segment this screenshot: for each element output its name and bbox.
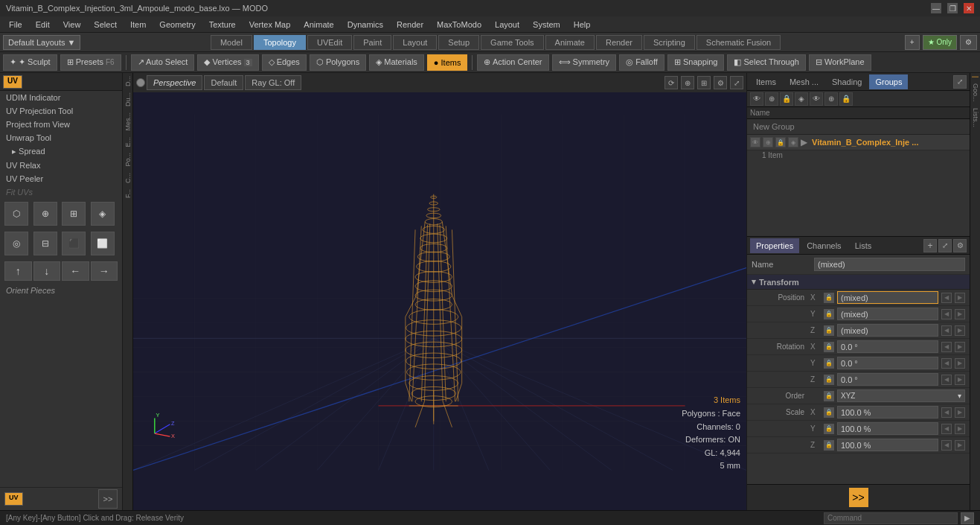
tab-topology[interactable]: Topology xyxy=(254,35,306,50)
tab-render[interactable]: Render xyxy=(596,35,642,50)
prop-scale-y-anim[interactable]: ◀ xyxy=(941,424,952,434)
vertices-button[interactable]: ◆ Vertices 3 xyxy=(197,54,258,71)
command-run-btn[interactable]: ▶ xyxy=(961,512,974,524)
prop-order-lock[interactable]: 🔒 xyxy=(824,391,834,401)
prop-pos-z-anim2[interactable]: ▶ xyxy=(955,325,965,336)
prop-scale-x-lock[interactable]: 🔒 xyxy=(824,407,834,418)
prop-name-value[interactable]: (mixed) xyxy=(814,258,965,271)
settings-icon-btn[interactable]: ⚙ xyxy=(960,35,977,50)
prop-scale-z-anim2[interactable]: ▶ xyxy=(955,440,965,451)
prop-pos-x-anim2[interactable]: ▶ xyxy=(955,293,965,303)
unwrap-tool-item[interactable]: Unwrap Tool xyxy=(0,131,122,144)
item-lock2-btn[interactable]: 🔒 xyxy=(839,92,853,106)
props-add-btn[interactable]: + xyxy=(923,239,937,252)
orient-right-btn[interactable]: → xyxy=(91,261,118,281)
spread-item[interactable]: ▸ Spread xyxy=(0,144,122,159)
prop-scale-x-anim2[interactable]: ▶ xyxy=(955,407,965,418)
item-row-1[interactable]: 👁 ⊕ 🔒 ◈ ▶ Vitamin_B_Complex_Inje ... xyxy=(747,135,970,150)
tab-layout[interactable]: Layout xyxy=(393,35,437,50)
viewport-camera-icon[interactable]: ⟳ xyxy=(664,76,678,89)
grid-btn-3[interactable]: ⊞ xyxy=(62,202,86,226)
viewport-expand-icon[interactable]: ⤢ xyxy=(730,76,743,89)
prop-scale-y-anim2[interactable]: ▶ xyxy=(955,424,965,434)
items-tab-mesh[interactable]: Mesh ... xyxy=(784,74,824,89)
viewport-zoom-icon[interactable]: ⊕ xyxy=(681,76,694,89)
item-render-btn[interactable]: ⊕ xyxy=(765,92,778,106)
prop-pos-z-lock[interactable]: 🔒 xyxy=(824,325,834,336)
item-sel-1[interactable]: ◈ xyxy=(788,137,798,147)
prop-transform-section[interactable]: ▾ Transform xyxy=(747,275,970,290)
tab-setup[interactable]: Setup xyxy=(438,35,479,50)
minimize-button[interactable]: — xyxy=(931,3,941,13)
project-from-view-item[interactable]: Project from View xyxy=(0,118,122,131)
rstrip-orange-btn[interactable]: | xyxy=(970,73,981,80)
menu-file[interactable]: File xyxy=(3,19,28,31)
tab-schematic[interactable]: Schematic Fusion xyxy=(696,35,781,50)
prop-scale-x-input[interactable]: 100.0 % xyxy=(837,406,938,419)
prop-pos-z-input[interactable]: (mixed) xyxy=(837,324,938,337)
menu-maxtomodo[interactable]: MaxToModo xyxy=(431,19,487,31)
only-btn[interactable]: ★ Only xyxy=(923,35,957,50)
uv-mode-btn[interactable]: UV xyxy=(3,75,22,89)
item-lock-btn[interactable]: 🔒 xyxy=(780,92,793,106)
menu-edit[interactable]: Edit xyxy=(30,19,56,31)
item-render2-btn[interactable]: ⊕ xyxy=(824,92,838,106)
viewport-settings-icon[interactable]: ⚙ xyxy=(714,76,727,89)
rstrip-lists-btn[interactable]: Lists... xyxy=(970,105,981,130)
restore-button[interactable]: ❐ xyxy=(947,3,958,13)
orient-up-btn[interactable]: ↑ xyxy=(4,261,32,281)
orient-down-btn[interactable]: ↓ xyxy=(33,261,61,281)
sculpt-button[interactable]: ✦ ✦ Sculpt xyxy=(3,54,57,71)
tab-model[interactable]: Model xyxy=(211,35,252,50)
tab-scripting[interactable]: Scripting xyxy=(644,35,695,50)
uv-projection-tool-item[interactable]: UV Projection Tool xyxy=(0,104,122,118)
menu-item[interactable]: Item xyxy=(124,19,152,31)
select-through-button[interactable]: ◧ Select Through xyxy=(727,54,805,71)
fit-uvs-item[interactable]: Fit UVs xyxy=(0,185,122,199)
prop-rot-x-lock[interactable]: 🔒 xyxy=(824,342,834,352)
tab-gametools[interactable]: Game Tools xyxy=(481,35,544,50)
items-tab-groups[interactable]: Groups xyxy=(869,74,908,89)
uv-btn-bottom[interactable]: UV xyxy=(4,492,23,506)
prop-rot-z-anim2[interactable]: ▶ xyxy=(955,375,965,385)
items-tab-shading[interactable]: Shading xyxy=(826,74,868,89)
props-tab-channels[interactable]: Channels xyxy=(801,238,847,253)
action-center-button[interactable]: ⊕ Action Center xyxy=(477,54,548,71)
grid-btn-6[interactable]: ⊟ xyxy=(33,232,57,255)
item-eye2-btn[interactable]: 👁 xyxy=(810,92,823,106)
prop-pos-y-anim[interactable]: ◀ xyxy=(941,309,952,319)
prop-scale-z-anim[interactable]: ◀ xyxy=(941,440,952,451)
viewport-3d[interactable]: Z X Y 3 Items Polygons : Face Channels: … xyxy=(133,92,746,492)
prop-pos-y-lock[interactable]: 🔒 xyxy=(824,309,834,319)
prop-rot-x-input[interactable]: 0.0 ° xyxy=(837,340,938,353)
menu-vertexmap[interactable]: Vertex Map xyxy=(243,19,297,31)
props-expand-btn[interactable]: ⤢ xyxy=(938,239,952,252)
layout-selector[interactable]: Default Layouts ▼ xyxy=(3,35,80,50)
menu-view[interactable]: View xyxy=(57,19,87,31)
grid-btn-5[interactable]: ◎ xyxy=(4,232,28,255)
prop-rot-z-anim[interactable]: ◀ xyxy=(941,375,952,385)
materials-button[interactable]: ◈ Materials xyxy=(369,54,424,71)
grid-btn-7[interactable]: ⬛ xyxy=(62,232,86,255)
viewport-perspective-btn[interactable]: Perspective xyxy=(147,75,202,90)
prop-rot-y-anim[interactable]: ◀ xyxy=(941,358,952,369)
prop-scale-z-input[interactable]: 100.0 % xyxy=(837,439,938,451)
item-vis-1[interactable]: 👁 xyxy=(750,137,760,147)
symmetry-button[interactable]: ⟺ Symmetry xyxy=(552,54,617,71)
rstrip-goo-btn[interactable]: Goo... xyxy=(970,80,981,105)
viewport-default-btn[interactable]: Default xyxy=(204,75,243,90)
item-sel-btn[interactable]: ◈ xyxy=(795,92,808,106)
prop-rot-x-anim2[interactable]: ▶ xyxy=(955,342,965,352)
viewport-grid-icon[interactable]: ⊞ xyxy=(697,76,711,89)
uv-relax-item[interactable]: UV Relax xyxy=(0,159,122,172)
props-tab-properties[interactable]: Properties xyxy=(750,238,799,253)
prop-order-select[interactable]: XYZ ▾ xyxy=(837,389,965,402)
menu-system[interactable]: System xyxy=(527,19,566,31)
prop-pos-x-input[interactable]: (mixed) xyxy=(837,291,938,304)
prop-pos-y-anim2[interactable]: ▶ xyxy=(955,309,965,319)
tab-animate[interactable]: Animate xyxy=(545,35,595,50)
menu-help[interactable]: Help xyxy=(568,19,597,31)
prop-rot-y-anim2[interactable]: ▶ xyxy=(955,358,965,369)
prop-rot-y-lock[interactable]: 🔒 xyxy=(824,358,834,369)
grid-btn-2[interactable]: ⊕ xyxy=(33,202,57,226)
